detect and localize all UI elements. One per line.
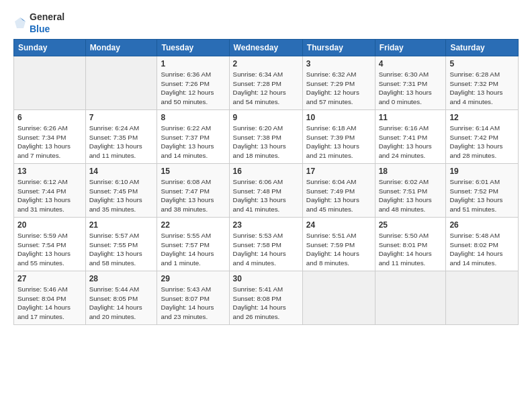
calendar-cell: 22Sunrise: 5:55 AM Sunset: 7:57 PM Dayli… — [157, 218, 229, 271]
day-number: 27 — [17, 274, 82, 283]
day-info: Sunrise: 6:30 AM Sunset: 7:31 PM Dayligh… — [379, 70, 443, 107]
day-number: 1 — [161, 59, 225, 68]
calendar-cell: 2Sunrise: 6:34 AM Sunset: 7:28 PM Daylig… — [229, 56, 302, 110]
calendar-cell: 21Sunrise: 5:57 AM Sunset: 7:55 PM Dayli… — [85, 218, 157, 271]
calendar-cell — [85, 56, 157, 110]
calendar-cell: 23Sunrise: 5:53 AM Sunset: 7:58 PM Dayli… — [229, 218, 302, 271]
day-info: Sunrise: 6:01 AM Sunset: 7:52 PM Dayligh… — [449, 177, 515, 214]
logo-icon — [13, 16, 27, 30]
calendar-cell: 8Sunrise: 6:22 AM Sunset: 7:37 PM Daylig… — [157, 110, 229, 164]
day-info: Sunrise: 6:26 AM Sunset: 7:34 PM Dayligh… — [17, 124, 82, 161]
calendar-header-sunday: Sunday — [14, 40, 86, 56]
day-info: Sunrise: 5:59 AM Sunset: 7:54 PM Dayligh… — [17, 231, 82, 268]
calendar-cell — [375, 271, 446, 325]
logo-blue: Blue — [30, 24, 50, 34]
day-number: 14 — [89, 167, 154, 176]
calendar-cell — [302, 271, 375, 325]
day-number: 21 — [89, 220, 154, 230]
day-number: 9 — [233, 113, 299, 122]
day-info: Sunrise: 6:10 AM Sunset: 7:45 PM Dayligh… — [89, 177, 154, 214]
calendar-header-monday: Monday — [85, 40, 157, 56]
day-info: Sunrise: 5:46 AM Sunset: 8:04 PM Dayligh… — [17, 285, 82, 322]
calendar-header-thursday: Thursday — [302, 40, 375, 56]
calendar-header-row: SundayMondayTuesdayWednesdayThursdayFrid… — [14, 40, 519, 56]
day-info: Sunrise: 6:16 AM Sunset: 7:41 PM Dayligh… — [379, 124, 443, 161]
day-number: 6 — [17, 113, 82, 122]
calendar-cell: 30Sunrise: 5:41 AM Sunset: 8:08 PM Dayli… — [229, 271, 302, 325]
calendar-cell: 1Sunrise: 6:36 AM Sunset: 7:26 PM Daylig… — [157, 56, 229, 110]
day-info: Sunrise: 6:22 AM Sunset: 7:37 PM Dayligh… — [161, 124, 225, 161]
calendar-week-1: 1Sunrise: 6:36 AM Sunset: 7:26 PM Daylig… — [14, 56, 519, 110]
calendar-cell: 12Sunrise: 6:14 AM Sunset: 7:42 PM Dayli… — [446, 110, 519, 164]
calendar-cell: 13Sunrise: 6:12 AM Sunset: 7:44 PM Dayli… — [14, 164, 86, 218]
calendar-cell: 28Sunrise: 5:44 AM Sunset: 8:05 PM Dayli… — [85, 271, 157, 325]
day-info: Sunrise: 6:32 AM Sunset: 7:29 PM Dayligh… — [306, 70, 371, 107]
day-info: Sunrise: 6:14 AM Sunset: 7:42 PM Dayligh… — [449, 124, 515, 161]
calendar-header-wednesday: Wednesday — [229, 40, 302, 56]
calendar-cell: 5Sunrise: 6:28 AM Sunset: 7:32 PM Daylig… — [446, 56, 519, 110]
day-info: Sunrise: 6:06 AM Sunset: 7:48 PM Dayligh… — [233, 177, 299, 214]
page-container: General Blue SundayMondayTuesdayWednesda… — [0, 0, 532, 332]
day-info: Sunrise: 6:28 AM Sunset: 7:32 PM Dayligh… — [449, 70, 515, 107]
calendar-table: SundayMondayTuesdayWednesdayThursdayFrid… — [13, 39, 519, 325]
day-info: Sunrise: 6:02 AM Sunset: 7:51 PM Dayligh… — [379, 177, 443, 214]
calendar-header-tuesday: Tuesday — [157, 40, 229, 56]
logo-text: General Blue — [30, 11, 64, 35]
day-number: 22 — [161, 220, 225, 230]
svg-marker-0 — [15, 17, 26, 28]
day-info: Sunrise: 5:50 AM Sunset: 8:01 PM Dayligh… — [379, 231, 443, 268]
calendar-cell: 29Sunrise: 5:43 AM Sunset: 8:07 PM Dayli… — [157, 271, 229, 325]
day-number: 25 — [379, 220, 443, 230]
calendar-week-3: 13Sunrise: 6:12 AM Sunset: 7:44 PM Dayli… — [14, 164, 519, 218]
day-number: 19 — [449, 167, 515, 176]
day-number: 4 — [379, 59, 443, 68]
calendar-cell: 4Sunrise: 6:30 AM Sunset: 7:31 PM Daylig… — [375, 56, 446, 110]
day-number: 28 — [89, 274, 154, 283]
day-number: 2 — [233, 59, 299, 68]
calendar-header-saturday: Saturday — [446, 40, 519, 56]
day-number: 3 — [306, 59, 371, 68]
day-info: Sunrise: 5:48 AM Sunset: 8:02 PM Dayligh… — [449, 231, 515, 268]
day-number: 20 — [17, 220, 82, 230]
day-info: Sunrise: 6:08 AM Sunset: 7:47 PM Dayligh… — [161, 177, 225, 214]
calendar-cell: 7Sunrise: 6:24 AM Sunset: 7:35 PM Daylig… — [85, 110, 157, 164]
logo: General Blue — [13, 11, 64, 35]
calendar-week-4: 20Sunrise: 5:59 AM Sunset: 7:54 PM Dayli… — [14, 218, 519, 271]
day-info: Sunrise: 5:44 AM Sunset: 8:05 PM Dayligh… — [89, 285, 154, 322]
day-number: 15 — [161, 167, 225, 176]
calendar-cell — [14, 56, 86, 110]
day-number: 10 — [306, 113, 371, 122]
day-number: 11 — [379, 113, 443, 122]
day-info: Sunrise: 6:34 AM Sunset: 7:28 PM Dayligh… — [233, 70, 299, 107]
calendar-cell: 14Sunrise: 6:10 AM Sunset: 7:45 PM Dayli… — [85, 164, 157, 218]
day-info: Sunrise: 5:57 AM Sunset: 7:55 PM Dayligh… — [89, 231, 154, 268]
calendar-cell — [446, 271, 519, 325]
day-info: Sunrise: 6:24 AM Sunset: 7:35 PM Dayligh… — [89, 124, 154, 161]
calendar-cell: 25Sunrise: 5:50 AM Sunset: 8:01 PM Dayli… — [375, 218, 446, 271]
day-info: Sunrise: 5:43 AM Sunset: 8:07 PM Dayligh… — [161, 285, 225, 322]
day-info: Sunrise: 5:55 AM Sunset: 7:57 PM Dayligh… — [161, 231, 225, 268]
day-info: Sunrise: 5:51 AM Sunset: 7:59 PM Dayligh… — [306, 231, 371, 268]
calendar-week-5: 27Sunrise: 5:46 AM Sunset: 8:04 PM Dayli… — [14, 271, 519, 325]
day-info: Sunrise: 6:20 AM Sunset: 7:38 PM Dayligh… — [233, 124, 299, 161]
calendar-cell: 17Sunrise: 6:04 AM Sunset: 7:49 PM Dayli… — [302, 164, 375, 218]
calendar-week-2: 6Sunrise: 6:26 AM Sunset: 7:34 PM Daylig… — [14, 110, 519, 164]
calendar-cell: 19Sunrise: 6:01 AM Sunset: 7:52 PM Dayli… — [446, 164, 519, 218]
calendar-cell: 24Sunrise: 5:51 AM Sunset: 7:59 PM Dayli… — [302, 218, 375, 271]
day-number: 16 — [233, 167, 299, 176]
day-number: 13 — [17, 167, 82, 176]
calendar-cell: 15Sunrise: 6:08 AM Sunset: 7:47 PM Dayli… — [157, 164, 229, 218]
day-info: Sunrise: 6:04 AM Sunset: 7:49 PM Dayligh… — [306, 177, 371, 214]
day-info: Sunrise: 6:18 AM Sunset: 7:39 PM Dayligh… — [306, 124, 371, 161]
day-info: Sunrise: 6:36 AM Sunset: 7:26 PM Dayligh… — [161, 70, 225, 107]
calendar-cell: 9Sunrise: 6:20 AM Sunset: 7:38 PM Daylig… — [229, 110, 302, 164]
header: General Blue — [13, 11, 519, 35]
calendar-cell: 26Sunrise: 5:48 AM Sunset: 8:02 PM Dayli… — [446, 218, 519, 271]
logo-general: General — [30, 11, 64, 22]
day-info: Sunrise: 5:53 AM Sunset: 7:58 PM Dayligh… — [233, 231, 299, 268]
day-number: 24 — [306, 220, 371, 230]
calendar-cell: 27Sunrise: 5:46 AM Sunset: 8:04 PM Dayli… — [14, 271, 86, 325]
day-info: Sunrise: 6:12 AM Sunset: 7:44 PM Dayligh… — [17, 177, 82, 214]
day-info: Sunrise: 5:41 AM Sunset: 8:08 PM Dayligh… — [233, 285, 299, 322]
calendar-cell: 20Sunrise: 5:59 AM Sunset: 7:54 PM Dayli… — [14, 218, 86, 271]
